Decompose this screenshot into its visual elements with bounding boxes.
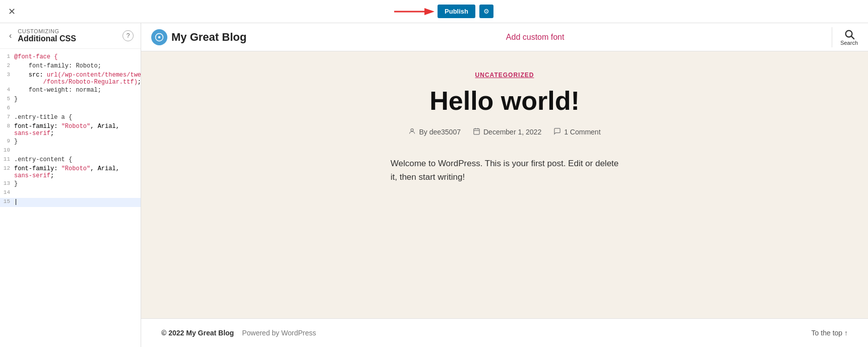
line-number: 14 — [0, 189, 14, 197]
code-line-13: 13 } — [0, 180, 141, 189]
footer-powered: Powered by WordPress — [242, 329, 316, 337]
help-button[interactable]: ? — [122, 30, 134, 41]
site-logo-area: My Great Blog — [151, 29, 246, 45]
code-line-5: 5 } — [0, 95, 141, 104]
meta-author: By dee35007 — [408, 127, 461, 136]
preview-header: My Great Blog Add custom font Search — [141, 23, 868, 51]
line-content — [14, 189, 141, 197]
line-number: 7 — [0, 114, 14, 122]
code-line-14: 14 — [0, 189, 141, 198]
top-bar: ✕ Publish ⚙ — [0, 0, 868, 23]
code-editor[interactable]: 1 @font-face { 2 font-family: Roboto; 3 … — [0, 49, 141, 347]
author-text: By dee35007 — [419, 128, 461, 136]
meta-comments: 1 Comment — [553, 127, 600, 136]
footer-to-top[interactable]: To the top ↑ — [812, 329, 848, 337]
left-panel: ‹ Customizing Additional CSS ? 1 @font-f… — [0, 23, 141, 347]
customizing-label: Customizing — [18, 28, 118, 34]
code-line-6: 6 — [0, 104, 141, 113]
line-number: 11 — [0, 156, 14, 164]
publish-button[interactable]: Publish — [438, 5, 475, 18]
code-line-7: 7 .entry-title a { — [0, 113, 141, 122]
line-content: } — [14, 180, 141, 188]
line-number: 5 — [0, 96, 14, 104]
search-icon — [844, 29, 855, 40]
back-button[interactable]: ‹ — [7, 30, 14, 41]
code-line-15: 15 | — [0, 198, 141, 207]
meta-date: December 1, 2022 — [473, 127, 541, 136]
code-line-3: 3 src: url(/wp-content/themes/twentytwen… — [0, 71, 141, 86]
code-line-11: 11 .entry-content { — [0, 156, 141, 165]
line-number: 4 — [0, 87, 14, 95]
code-line-1: 1 @font-face { — [0, 53, 141, 62]
line-content: | — [14, 198, 141, 206]
svg-marker-1 — [424, 8, 435, 15]
site-name: My Great Blog — [171, 31, 246, 44]
code-line-8: 8 font-family: "Roboto", Arial,sans-seri… — [0, 122, 141, 137]
code-line-4: 4 font-weight: normal; — [0, 86, 141, 95]
comments-text: 1 Comment — [564, 128, 600, 136]
svg-rect-7 — [474, 129, 479, 134]
panel-title-group: Customizing Additional CSS — [18, 28, 118, 43]
line-number: 15 — [0, 198, 14, 206]
site-icon — [151, 29, 167, 45]
header-center: Add custom font — [246, 33, 824, 42]
code-line-12: 12 font-family: "Roboto", Arial,sans-ser… — [0, 165, 141, 180]
svg-point-6 — [411, 129, 413, 131]
footer-copyright: © 2022 My Great Blog — [161, 329, 234, 337]
line-number: 1 — [0, 53, 14, 61]
code-line-9: 9 } — [0, 137, 141, 147]
line-number: 12 — [0, 165, 14, 179]
footer-left: © 2022 My Great Blog Powered by WordPres… — [161, 329, 316, 337]
line-number: 8 — [0, 123, 14, 137]
line-number: 3 — [0, 72, 14, 86]
post-meta: By dee35007 December 1, 2022 1 Comment — [408, 127, 600, 136]
gear-button[interactable]: ⚙ — [479, 5, 493, 18]
line-number: 13 — [0, 180, 14, 188]
svg-point-3 — [158, 36, 161, 38]
line-content: @font-face { — [14, 53, 141, 61]
main-layout: ‹ Customizing Additional CSS ? 1 @font-f… — [0, 23, 868, 347]
line-content — [14, 147, 141, 155]
line-number: 10 — [0, 147, 14, 155]
close-button[interactable]: ✕ — [4, 4, 20, 19]
line-content: font-weight: normal; — [14, 87, 141, 95]
post-category: UNCATEGORIZED — [475, 72, 534, 79]
line-content: src: url(/wp-content/themes/twentytwenty… — [14, 72, 141, 86]
line-content: font-family: Roboto; — [14, 62, 141, 71]
panel-subtitle: Additional CSS — [18, 34, 118, 43]
line-content: } — [14, 138, 141, 146]
author-icon — [408, 127, 416, 136]
date-icon — [473, 127, 480, 136]
line-number: 2 — [0, 62, 14, 71]
code-line-10: 10 — [0, 147, 141, 156]
search-label: Search — [840, 40, 858, 46]
right-preview: My Great Blog Add custom font Search UNC… — [141, 23, 868, 347]
preview-content: UNCATEGORIZED Hello world! By dee35007 D… — [141, 51, 868, 318]
line-number: 9 — [0, 138, 14, 146]
line-number: 6 — [0, 105, 14, 113]
line-content: .entry-title a { — [14, 114, 141, 122]
preview-footer: © 2022 My Great Blog Powered by WordPres… — [141, 318, 868, 347]
post-excerpt: Welcome to WordPress. This is your first… — [391, 157, 619, 184]
svg-line-5 — [851, 36, 854, 39]
line-content: font-family: "Roboto", Arial,sans-serif; — [14, 165, 141, 179]
line-content: .entry-content { — [14, 156, 141, 164]
add-custom-font-link[interactable]: Add custom font — [506, 33, 565, 42]
line-content: font-family: "Roboto", Arial,sans-serif; — [14, 123, 141, 137]
red-arrow-icon — [394, 6, 435, 17]
line-content: } — [14, 96, 141, 104]
vertical-divider — [832, 27, 832, 47]
post-title: Hello world! — [429, 87, 580, 115]
comment-icon — [553, 127, 561, 136]
date-text: December 1, 2022 — [483, 128, 541, 136]
line-content — [14, 105, 141, 113]
arrow-publish-area: Publish ⚙ — [24, 5, 864, 18]
search-button[interactable]: Search — [840, 29, 858, 46]
code-line-2: 2 font-family: Roboto; — [0, 62, 141, 71]
panel-header: ‹ Customizing Additional CSS ? — [0, 23, 141, 49]
